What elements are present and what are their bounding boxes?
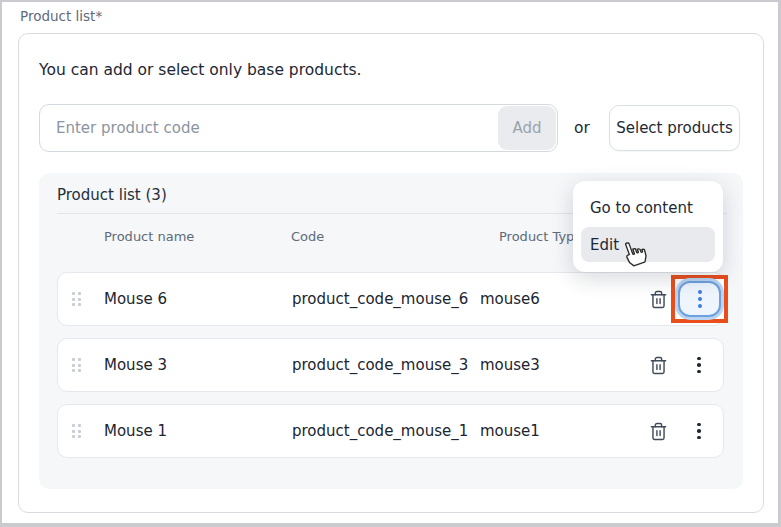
kebab-icon xyxy=(697,357,701,361)
drag-handle-icon[interactable] xyxy=(72,292,81,306)
cell-product-name: Mouse 6 xyxy=(104,273,167,325)
intro-text: You can add or select only base products… xyxy=(39,61,362,79)
add-button[interactable]: Add xyxy=(498,106,556,150)
row-menu-button-active[interactable] xyxy=(678,281,721,317)
delete-button[interactable] xyxy=(646,353,670,377)
or-text: or xyxy=(564,104,600,152)
field-label: Product list* xyxy=(20,8,102,24)
cell-product-name: Mouse 3 xyxy=(104,339,167,391)
cell-code: product_code_mouse_1 xyxy=(292,405,468,457)
trash-icon xyxy=(649,422,668,441)
cell-product-type: mouse3 xyxy=(480,339,540,391)
table-row: Mouse 1 product_code_mouse_1 mouse1 xyxy=(57,404,724,458)
trash-icon xyxy=(649,356,668,375)
cell-code: product_code_mouse_6 xyxy=(292,273,468,325)
product-list-card: You can add or select only base products… xyxy=(18,33,764,513)
row-menu-button[interactable] xyxy=(691,353,707,377)
menu-item-go-to-content[interactable]: Go to content xyxy=(573,189,723,227)
cell-product-type: mouse1 xyxy=(480,405,540,457)
drag-handle-icon[interactable] xyxy=(72,424,81,438)
kebab-icon xyxy=(698,290,702,294)
menu-item-edit[interactable]: Edit xyxy=(581,227,715,262)
context-menu: Go to content Edit xyxy=(573,181,723,272)
list-title: Product list (3) xyxy=(57,186,167,204)
column-header-code: Code xyxy=(291,229,324,244)
cell-product-name: Mouse 1 xyxy=(104,405,167,457)
cell-product-type: mouse6 xyxy=(480,273,540,325)
table-row: Mouse 3 product_code_mouse_3 mouse3 xyxy=(57,338,724,392)
column-header-product-type: Product Type xyxy=(499,229,582,244)
select-products-button[interactable]: Select products xyxy=(609,105,740,151)
product-code-input[interactable] xyxy=(40,105,557,151)
delete-button[interactable] xyxy=(646,287,670,311)
product-code-input-wrap: Add xyxy=(39,104,558,152)
kebab-icon xyxy=(697,423,701,427)
column-header-product-name: Product name xyxy=(104,229,194,244)
trash-icon xyxy=(649,290,668,309)
screenshot-frame: Product list* You can add or select only… xyxy=(0,0,781,527)
drag-handle-icon[interactable] xyxy=(72,358,81,372)
row-menu-button[interactable] xyxy=(691,419,707,443)
annotation-highlight xyxy=(671,275,728,323)
delete-button[interactable] xyxy=(646,419,670,443)
cell-code: product_code_mouse_3 xyxy=(292,339,468,391)
table-row: Mouse 6 product_code_mouse_6 mouse6 xyxy=(57,272,724,326)
